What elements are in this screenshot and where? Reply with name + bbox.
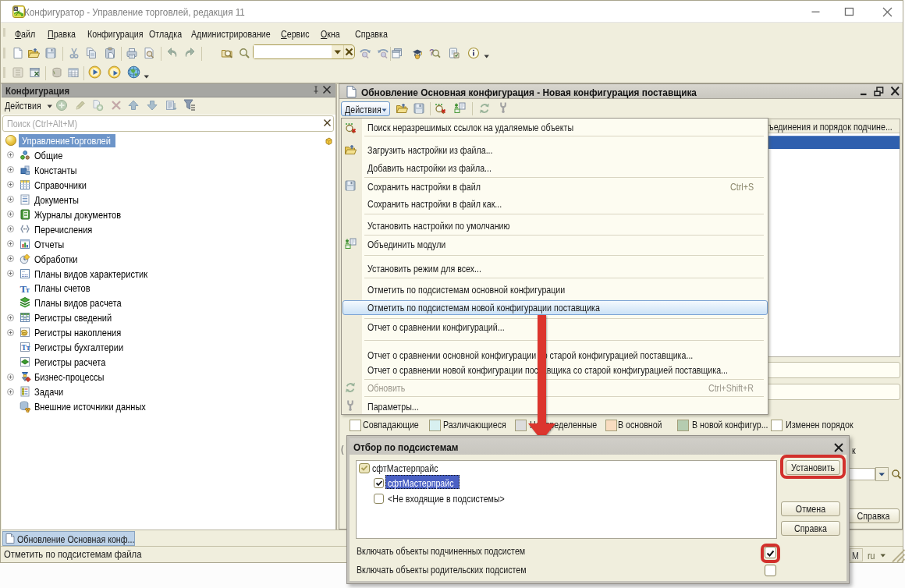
- svg-text:Тт: Тт: [22, 344, 30, 352]
- svg-text:т: т: [26, 285, 30, 294]
